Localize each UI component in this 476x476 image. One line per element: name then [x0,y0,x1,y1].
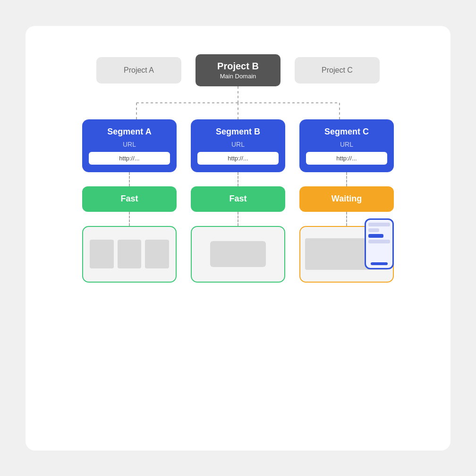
segment-a-col: Segment A URL http://... Fast [82,119,177,283]
segment-b-box[interactable]: Segment B URL http://... [191,119,285,172]
projects-row: Project A Project B Main Domain Project … [96,54,380,86]
segment-a-title: Segment A [107,127,151,137]
project-a-label: Project A [124,66,154,75]
placeholder-rect-2 [118,240,142,269]
connector-c-2 [346,212,347,226]
segments-row: Segment A URL http://... Fast [82,119,394,283]
main-card: Project A Project B Main Domain Project … [26,26,450,451]
segment-a-box[interactable]: Segment A URL http://... [82,119,177,172]
connector-a-2 [129,212,130,226]
project-a-box[interactable]: Project A [96,57,181,84]
segment-c-col: Segment C URL http://... Waiting [299,119,394,283]
mob-bar-1 [368,223,390,226]
mobile-screen [368,223,390,243]
mob-bar-2 [368,228,379,232]
segment-a-placeholder [83,227,176,282]
mob-bar-3 [368,240,390,243]
segment-b-status: Fast [191,186,285,212]
connector-c-1 [346,172,347,186]
connector-b-1 [238,172,238,186]
segment-c-url-value: http://... [306,152,387,165]
segment-c-url-label: URL [340,141,353,148]
segment-b-url-value: http://... [197,152,279,165]
segment-a-preview [82,226,177,283]
segment-b-title: Segment B [216,127,260,137]
segment-b-url-label: URL [231,141,245,148]
mobile-device-wrap [365,218,398,270]
mobile-device-icon [365,218,394,269]
project-b-box[interactable]: Project B Main Domain [196,54,280,86]
segment-b-preview [191,226,285,283]
top-connector-svg [82,86,394,119]
project-c-label: Project C [322,66,353,75]
mob-bottom-bar [371,262,388,265]
project-b-title: Project B [217,61,259,72]
segment-a-url-label: URL [123,141,136,148]
segment-b-col: Segment B URL http://... Fast [191,119,285,283]
segment-a-url-value: http://... [89,152,170,165]
project-b-sub: Main Domain [220,73,256,80]
segment-b-placeholder [210,241,266,267]
segment-c-box[interactable]: Segment C URL http://... [299,119,394,172]
mob-bar-accent [368,234,383,238]
connector-a-1 [129,172,130,186]
placeholder-rect-1 [90,240,114,269]
segment-c-status: Waiting [299,186,394,212]
project-c-box[interactable]: Project C [295,57,380,84]
placeholder-rect-3 [145,240,169,269]
connector-b-2 [238,212,238,226]
segment-a-status: Fast [82,186,177,212]
segment-c-preview [299,226,394,283]
segment-c-title: Segment C [324,127,369,137]
